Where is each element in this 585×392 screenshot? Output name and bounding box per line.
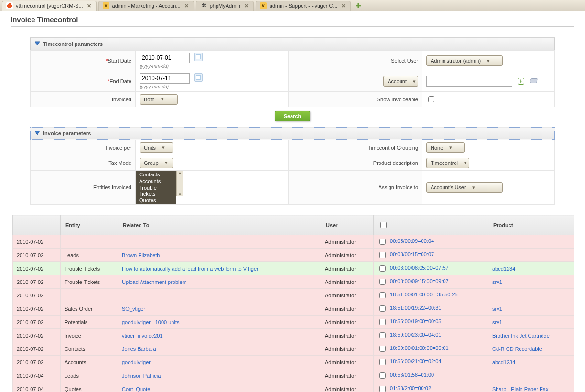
row-checkbox[interactable] [379, 239, 386, 245]
related-link[interactable]: Johnson Patricia [122, 373, 161, 379]
cell-related: Johnson Patricia [118, 369, 321, 382]
row-checkbox[interactable] [379, 305, 386, 312]
timecontrol-params-header[interactable]: Timecontrol parameters [30, 38, 555, 50]
browser-tabs: vttimecontrol [vtigerCRM-S... ✕ v admin … [0, 0, 585, 11]
chevron-down-icon: ▾ [461, 160, 467, 166]
entity-type-dropdown[interactable]: Account ▾ [383, 76, 418, 87]
vtiger-icon: v [260, 2, 267, 9]
product-link[interactable]: srv1 [492, 306, 502, 312]
related-link[interactable]: Brown Elizabeth [122, 252, 160, 258]
cell-user: Administrator [321, 289, 374, 302]
row-checkbox[interactable] [379, 279, 386, 285]
cell-related: Jones Barbara [118, 342, 321, 356]
table-row: 2010-07-02Administrator 00:05/00:09=00:0… [13, 235, 574, 249]
cell-user: Administrator [321, 342, 374, 356]
related-link[interactable]: vtiger_invoice201 [122, 333, 163, 338]
browser-tab-2[interactable]: v admin - Marketing - Accoun... ✕ [98, 1, 194, 11]
chevron-down-icon: ▾ [410, 78, 416, 85]
time-link[interactable]: 18:55:00/19:00=00:05 [390, 318, 441, 324]
col-related: Related To [118, 215, 321, 235]
time-link[interactable]: 18:56:00/21:00=02:04 [390, 359, 441, 364]
related-link[interactable]: How to automatically add a lead from a w… [122, 266, 259, 272]
show-invoiceable-checkbox[interactable] [428, 96, 434, 102]
invoiced-dropdown[interactable]: Both ▾ [140, 94, 178, 105]
row-checkbox[interactable] [379, 252, 386, 258]
cell-related: gooduivtiger - 1000 units [118, 316, 321, 329]
row-checkbox[interactable] [379, 386, 386, 392]
invoice-per-dropdown[interactable]: Units ▾ [140, 142, 173, 153]
start-date-input[interactable] [140, 53, 190, 63]
collapse-icon[interactable] [34, 131, 40, 136]
product-link[interactable]: abcd1234 [492, 359, 515, 365]
entities-invoiced-multiselect[interactable]: Contacts Accounts Trouble Tickets Quotes [136, 171, 176, 204]
table-row: 2010-07-02Trouble TicketsUpload Attachme… [13, 275, 574, 289]
search-button[interactable]: Search [275, 111, 311, 121]
cell-date: 2010-07-02 [13, 356, 61, 369]
browser-tab-4[interactable]: v admin - Support - - vtiger C... ✕ [256, 1, 351, 11]
time-link[interactable]: 01:58/2:00=00:02 [390, 385, 431, 391]
close-icon[interactable]: ✕ [340, 3, 347, 9]
related-link[interactable]: SO_vtiger [122, 306, 145, 312]
time-link[interactable]: 18:51:00/01:00:00=-35:50:25 [390, 292, 458, 297]
row-checkbox[interactable] [379, 292, 386, 298]
product-description-dropdown[interactable]: Timecontrol ▾ [426, 158, 469, 168]
close-icon[interactable]: ✕ [243, 3, 249, 9]
calendar-icon[interactable] [194, 53, 203, 61]
related-link[interactable]: Cont_Quote [122, 386, 150, 392]
time-link[interactable]: 18:51:00/19:22=00:31 [390, 305, 441, 311]
cell-time: 00:05/00:09=00:04 [374, 235, 488, 249]
row-checkbox[interactable] [379, 346, 386, 352]
date-hint: (yyyy-mm-dd) [140, 84, 169, 89]
calendar-icon[interactable] [194, 73, 203, 82]
scroll-up-icon[interactable]: ▲ [178, 171, 182, 175]
product-link[interactable]: Sharp - Plain Paper Fax [492, 386, 548, 392]
time-link[interactable]: 00:08:00/08:05:00=07:57 [390, 265, 449, 271]
related-link[interactable]: Jones Barbara [122, 346, 156, 352]
scroll-down-icon[interactable]: ▼ [178, 192, 182, 196]
row-checkbox[interactable] [379, 265, 386, 272]
table-row: 2010-07-02Invoicevtiger_invoice201Admini… [13, 329, 574, 342]
product-link[interactable]: abcd1234 [492, 266, 515, 272]
browser-tab-3[interactable]: 🛠 phpMyAdmin ✕ [196, 1, 254, 11]
cell-entity: Trouble Tickets [61, 275, 118, 289]
new-tab-button[interactable]: ✚ [353, 2, 364, 10]
collapse-icon[interactable] [34, 41, 40, 47]
time-link[interactable]: 00:58/01:58=01:00 [390, 372, 434, 378]
cell-related: Upload Attachment problem [118, 275, 321, 289]
select-all-checkbox[interactable] [380, 222, 387, 228]
row-checkbox[interactable] [379, 372, 386, 379]
table-row: 2010-07-02Administrator 18:51:00/01:00:0… [13, 289, 574, 302]
invoice-params-header[interactable]: Invoice parameters [30, 127, 555, 140]
product-link[interactable]: srv1 [492, 319, 502, 325]
product-link[interactable]: srv1 [492, 279, 502, 285]
row-checkbox[interactable] [379, 359, 386, 365]
close-icon[interactable]: ✕ [184, 3, 190, 9]
account-input[interactable] [426, 76, 512, 87]
related-link[interactable]: Upload Attachment problem [122, 279, 187, 285]
assign-invoice-dropdown[interactable]: Account's User ▾ [426, 182, 503, 193]
time-link[interactable]: 18:59:00/23:00=04:01 [390, 332, 441, 338]
time-link[interactable]: 00:08/00:15=00:07 [390, 251, 434, 257]
row-checkbox[interactable] [379, 319, 386, 325]
row-checkbox[interactable] [379, 332, 386, 338]
select-user-dropdown[interactable]: Administrator (admin) ▾ [426, 55, 503, 66]
col-time [374, 215, 488, 235]
add-icon[interactable]: + [518, 78, 524, 85]
close-icon[interactable]: ✕ [86, 3, 92, 9]
browser-tab-1[interactable]: vttimecontrol [vtigerCRM-S... ✕ [2, 1, 97, 11]
erase-icon[interactable] [529, 78, 538, 83]
cell-product: srv1 [488, 275, 574, 289]
related-link[interactable]: gooduivtiger [122, 359, 151, 365]
time-link[interactable]: 00:08:00/09:15:00=09:07 [390, 278, 449, 284]
cell-product [488, 289, 574, 302]
product-link[interactable]: Cd-R CD Recordable [492, 346, 542, 352]
multiselect-scrollbar[interactable]: ▲ ▼ [176, 171, 183, 196]
tax-mode-dropdown[interactable]: Group ▾ [140, 158, 173, 168]
cell-entity [61, 235, 118, 249]
end-date-input[interactable] [140, 73, 190, 84]
time-link[interactable]: 18:59:00/01:00:00=06:01 [390, 345, 449, 351]
related-link[interactable]: gooduivtiger - 1000 units [122, 319, 179, 325]
time-link[interactable]: 00:05/00:09=00:04 [390, 238, 434, 244]
product-link[interactable]: Brother Ink Jet Cartridge [492, 333, 550, 338]
timecontrol-grouping-dropdown[interactable]: None ▾ [426, 142, 465, 153]
